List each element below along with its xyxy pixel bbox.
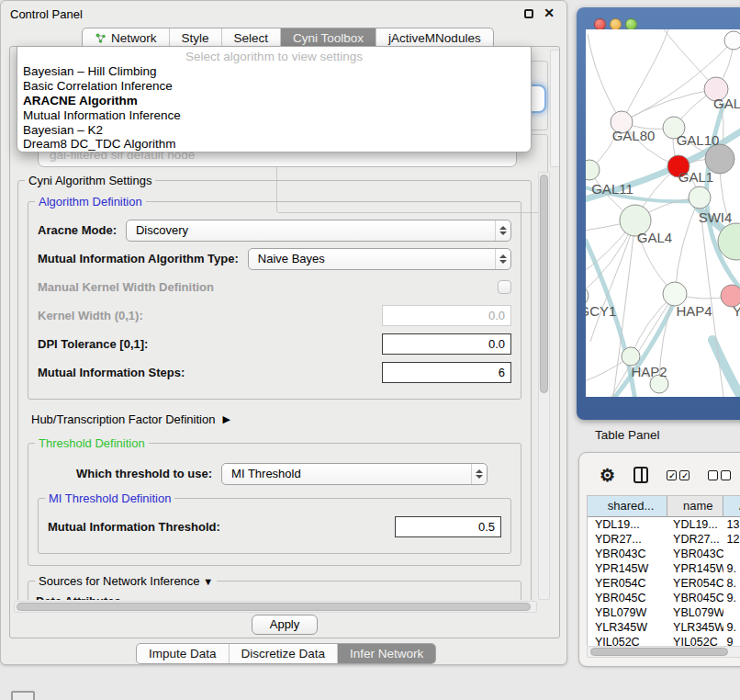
table-row[interactable]: YPR145WYPR145W9. <box>588 561 740 576</box>
node-label: HAP2 <box>631 364 667 379</box>
table-cell: YPR145W <box>667 561 723 576</box>
table-cell: 9. <box>723 620 740 635</box>
graph-edge[interactable] <box>588 34 622 122</box>
table-cell: YLR345W <box>588 620 667 635</box>
split-columns-icon[interactable] <box>633 467 648 483</box>
table-cell: YBR043C <box>588 547 667 561</box>
chevron-down-icon[interactable]: ▼ <box>203 576 213 587</box>
table-cell: YER054C <box>588 576 667 591</box>
select-all-icon[interactable]: ✓✓ <box>667 470 690 480</box>
edge-ribbon[interactable] <box>712 340 740 397</box>
tab-network[interactable]: Network <box>83 28 170 48</box>
table-cell <box>723 547 740 561</box>
dropdown-item[interactable]: Basic Correlation Inference <box>17 79 531 94</box>
table-cell: YBR045C <box>667 591 723 605</box>
table-cell: 8. <box>723 576 740 591</box>
column-header[interactable]: shared... <box>588 496 667 516</box>
kernel-width-input[interactable] <box>382 305 511 326</box>
table-row[interactable]: YBL079WYBL079W <box>588 605 740 620</box>
mi-type-row: Mutual Information Algorithm Type: Naive… <box>38 247 511 270</box>
bottom-left-button[interactable] <box>11 691 35 700</box>
table-cell <box>723 605 740 620</box>
table-row[interactable]: YER054CYER054C8. <box>588 576 740 591</box>
table-row[interactable]: YBR045CYBR045C9. <box>588 591 740 605</box>
which-threshold-row: Which threshold to use: MI Threshold <box>76 462 511 485</box>
node-label: GAL <box>713 96 740 111</box>
tab-impute-data[interactable]: Impute Data <box>137 644 230 663</box>
tab-select[interactable]: Select <box>222 28 282 48</box>
table-row[interactable]: YDR27...YDR27...12 <box>588 532 740 547</box>
node-table[interactable]: shared...nameA YDL19...YDL19...13YDR27..… <box>587 495 740 646</box>
mi-type-select[interactable]: Naive Bayes <box>248 248 511 270</box>
table-cell: YER054C <box>667 576 723 591</box>
table-cell: YDR27... <box>588 532 667 547</box>
table-row[interactable]: YBR043CYBR043C <box>588 547 740 561</box>
scrollbar-thumb[interactable] <box>540 175 548 393</box>
tab-infer-network[interactable]: Infer Network <box>338 644 435 663</box>
node-label: GCY1 <box>586 303 616 319</box>
apply-button[interactable]: Apply <box>252 615 318 635</box>
network-canvas[interactable]: GALGAL80GAL10GAL1GAL11SWI4GAL4GCY1HAP4YH… <box>586 29 740 397</box>
gear-icon[interactable]: ⚙ <box>600 467 615 484</box>
dpi-tolerance-input[interactable] <box>382 333 511 355</box>
graph-node[interactable] <box>622 347 640 366</box>
deselect-all-icon[interactable] <box>708 470 731 480</box>
manual-kernel-label: Manual Kernel Width Definition <box>38 280 214 294</box>
graph-edge[interactable] <box>622 89 716 122</box>
dropdown-item[interactable]: Bayesian – K2 <box>17 123 531 138</box>
graph-edge[interactable] <box>590 220 635 342</box>
node-label: GAL80 <box>612 128 656 143</box>
which-threshold-select[interactable]: MI Threshold <box>221 463 488 485</box>
data-attributes-label: Data Attributes <box>36 594 515 600</box>
settings-vertical-scrollbar[interactable] <box>538 172 550 600</box>
mi-steps-row: Mutual Information Steps: <box>38 361 511 384</box>
desktop: Control Panel ✕ NetworkStyleSelectCyni T… <box>0 0 740 700</box>
close-icon[interactable]: ✕ <box>544 6 555 20</box>
table-cell: YBL079W <box>588 605 667 620</box>
column-header[interactable]: name <box>667 496 723 516</box>
column-header[interactable]: A <box>723 496 740 516</box>
scrollbar-thumb[interactable] <box>590 648 728 656</box>
graph-node[interactable] <box>689 186 711 209</box>
tab-style[interactable]: Style <box>170 28 222 48</box>
table-row[interactable]: YDL19...YDL19...13 <box>588 517 740 532</box>
table-cell: YIL052C <box>667 635 723 646</box>
dropdown-item[interactable]: ARACNE Algorithm <box>17 94 531 108</box>
tab-cyni-toolbox[interactable]: Cyni Toolbox <box>281 28 376 48</box>
mi-threshold-input[interactable] <box>395 516 501 537</box>
node-label: HAP4 <box>676 303 712 319</box>
aracne-mode-select[interactable]: Discovery <box>126 220 511 242</box>
group-title: Cyni Algorithm Settings <box>25 174 155 187</box>
hub-definition-toggle[interactable]: Hub/Transcription Factor Definition ▶ <box>31 412 520 426</box>
tab-jactivemnodules[interactable]: jActiveMNodules <box>376 28 493 48</box>
background-scrollbar-track[interactable] <box>550 50 560 167</box>
float-window-icon[interactable] <box>524 9 533 18</box>
manual-kernel-row: Manual Kernel Width Definition <box>38 276 511 299</box>
mi-steps-input[interactable] <box>382 362 511 383</box>
graph-node[interactable] <box>724 31 740 50</box>
graph-edge[interactable] <box>675 198 700 294</box>
graph-edge[interactable] <box>622 29 668 122</box>
graph-node[interactable] <box>586 160 600 180</box>
table-cell: YDL19... <box>588 517 667 532</box>
table-row[interactable]: YLR345WYLR345W9. <box>588 620 740 635</box>
table-cell: YDL19... <box>667 517 723 532</box>
group-title: Algorithm Definition <box>35 195 146 209</box>
table-cell: YIL052C <box>588 635 667 646</box>
dropdown-item[interactable]: Mutual Information Inference <box>17 108 531 123</box>
kernel-width-label: Kernel Width (0,1): <box>38 309 143 322</box>
dropdown-item[interactable]: Bayesian – Hill Climbing <box>17 64 531 79</box>
chevron-right-icon: ▶ <box>222 413 230 425</box>
mi-threshold-group: MI Threshold Definition Mutual Informati… <box>38 498 511 554</box>
table-horizontal-scrollbar[interactable] <box>587 646 740 658</box>
scrollbar-thumb[interactable] <box>17 603 531 611</box>
settings-horizontal-scrollbar[interactable] <box>14 601 537 613</box>
tab-discretize-data[interactable]: Discretize Data <box>230 644 339 663</box>
table-cell: YPR145W <box>588 561 667 576</box>
dropdown-item[interactable]: Dream8 DC_TDC Algorithm <box>17 137 531 152</box>
table-row[interactable]: YIL052CYIL052C9 <box>588 635 740 646</box>
mi-type-label: Mutual Information Algorithm Type: <box>38 252 239 265</box>
node-label: SWI4 <box>699 209 733 225</box>
table-cell: YBR043C <box>667 547 723 561</box>
manual-kernel-checkbox[interactable] <box>498 280 511 294</box>
